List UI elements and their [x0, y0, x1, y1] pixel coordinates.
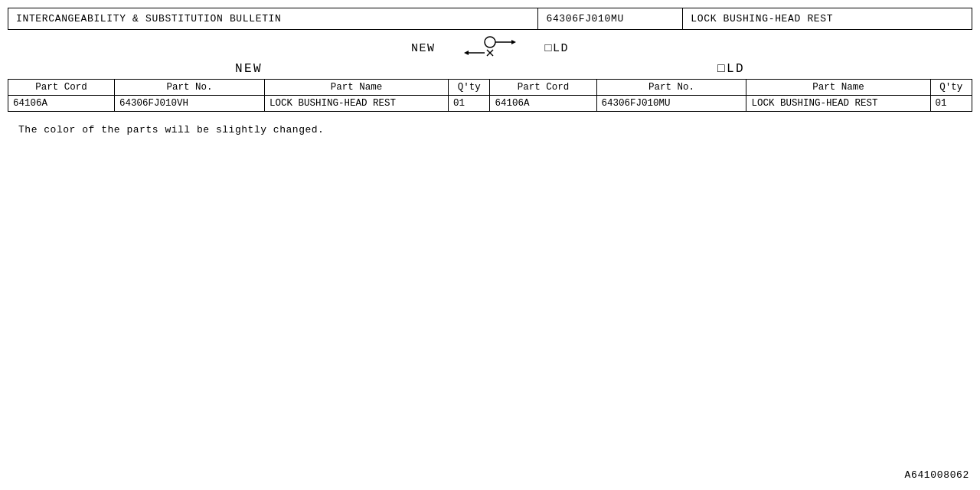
- note-text: The color of the parts will be slightly …: [18, 124, 972, 136]
- header-qty-old: Q'ty: [930, 80, 972, 96]
- header-part-name-old: Part Name: [746, 80, 930, 96]
- old-part-no: 64306FJ010MU: [596, 96, 746, 112]
- old-part-cord: 64106A: [490, 96, 596, 112]
- direction-row: NEW □LD: [8, 36, 972, 60]
- old-section-label: □LD: [500, 62, 963, 76]
- header-table: INTERCANGEABILITY & SUBSTITUTION BULLETI…: [8, 8, 972, 30]
- svg-marker-2: [511, 40, 516, 44]
- header-description: LOCK BUSHING-HEAD REST: [683, 8, 972, 30]
- old-direction-label: □LD: [545, 42, 570, 55]
- main-table: Part Cord Part No. Part Name Q'ty Part C…: [8, 79, 972, 112]
- new-part-no: 64306FJ010VH: [115, 96, 265, 112]
- new-section-label: NEW: [18, 62, 481, 76]
- svg-marker-4: [464, 51, 469, 55]
- header-qty-new: Q'ty: [449, 80, 490, 96]
- header-part-no-new: Part No.: [115, 80, 265, 96]
- old-qty: 01: [930, 96, 972, 112]
- new-direction-label: NEW: [411, 42, 436, 55]
- header-part-cord-old: Part Cord: [490, 80, 596, 96]
- doc-number: A641008062: [904, 469, 969, 481]
- header-part-name-new: Part Name: [264, 80, 448, 96]
- svg-point-0: [485, 37, 495, 47]
- section-labels-row: NEW □LD: [8, 62, 972, 76]
- new-qty: 01: [449, 96, 490, 112]
- header-part-cord-new: Part Cord: [8, 80, 115, 96]
- page-container: INTERCANGEABILITY & SUBSTITUTION BULLETI…: [0, 0, 980, 490]
- new-part-name: LOCK BUSHING-HEAD REST: [264, 96, 448, 112]
- header-code: 64306FJ010MU: [538, 8, 683, 30]
- header-title: INTERCANGEABILITY & SUBSTITUTION BULLETI…: [8, 8, 538, 30]
- table-row: 64106A64306FJ010VHLOCK BUSHING-HEAD REST…: [8, 96, 972, 112]
- old-part-name: LOCK BUSHING-HEAD REST: [746, 96, 930, 112]
- direction-icon: [459, 36, 521, 60]
- new-part-cord: 64106A: [8, 96, 115, 112]
- header-part-no-old: Part No.: [596, 80, 746, 96]
